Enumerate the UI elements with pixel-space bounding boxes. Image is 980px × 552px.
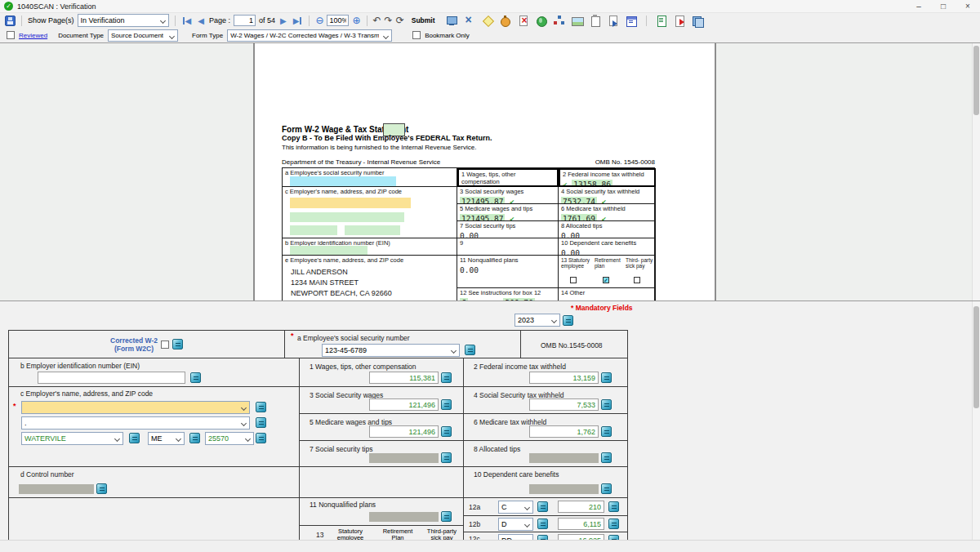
box12c-input[interactable] [558,534,604,540]
employer-city-select[interactable]: WATERVILE [21,432,123,445]
doc-search-icon[interactable] [607,15,620,27]
scanned-w2-page[interactable]: Form W-2 Wage & Tax Statement Copy B - T… [253,43,716,300]
save-icon[interactable] [5,16,16,26]
org-chart-icon[interactable] [553,15,566,27]
box10-link-icon[interactable] [601,483,612,494]
scan-employer-addr-redaction [290,212,404,222]
doc-green-icon[interactable] [655,15,668,27]
box2-input[interactable] [529,372,599,384]
doc-export-icon[interactable] [673,15,686,27]
rotate-left-icon[interactable]: ↶ [373,16,381,25]
employer-street-link-icon[interactable] [256,417,266,428]
tax-year-link-icon[interactable] [563,315,573,326]
maximize-button[interactable]: □ [931,0,956,13]
employer-city-link-icon[interactable] [129,433,140,443]
employer-name-select[interactable] [21,401,250,414]
money-icon[interactable] [499,15,512,27]
employer-zip-link-icon[interactable] [256,433,266,443]
box3-link-icon[interactable] [441,399,452,410]
employer-street-select[interactable]: . [21,416,250,430]
previous-page-button[interactable]: ◀ [196,16,206,25]
delete-x-icon[interactable] [463,15,476,27]
box12a-code-select[interactable]: C [498,501,533,514]
submit-button[interactable]: Submit [408,16,439,24]
box6-input[interactable] [529,425,599,438]
globe-icon[interactable] [535,15,548,27]
box7-link-icon[interactable] [441,452,452,463]
employer-address-label: c Employer's name, address, and ZIP code [20,390,153,398]
app-icon: ✓ [4,2,13,11]
corrected-w2-checkbox[interactable] [161,341,169,349]
box11-link-icon[interactable] [441,511,452,522]
rotate-right-icon[interactable]: ↷ [385,16,393,25]
box12b-code-link-icon[interactable] [537,519,548,529]
employer-state-link-icon[interactable] [189,433,200,443]
employer-zip-select[interactable]: 25570 [205,432,254,445]
box6-cell: 6 Medicare tax withheld [464,414,628,441]
next-page-button[interactable]: ▶ [278,16,288,25]
diamond-icon[interactable] [481,15,494,27]
zoom-out-icon[interactable]: ⊖ [315,16,323,25]
first-page-button[interactable]: ◀ [181,16,194,25]
box5-input[interactable] [369,425,439,438]
reviewed-checkbox[interactable] [7,31,15,39]
box12a-link-icon[interactable] [608,501,619,512]
reviewed-link[interactable]: Reviewed [19,32,47,39]
screen-icon[interactable] [445,15,458,27]
box3-input[interactable] [369,398,439,411]
viewer-scrollbar-thumb[interactable] [973,46,979,115]
box12b-link-icon[interactable] [608,519,619,529]
box12b-code-select[interactable]: D [498,518,533,531]
scan-employer-zip-redaction [345,225,400,235]
scan-box-2[interactable]: 2 Federal income tax withheld ✔ 13158.86 [559,168,656,187]
minimize-button[interactable]: – [906,0,931,13]
zoom-in-icon[interactable]: ⊕ [352,16,360,25]
ssn-link-icon[interactable] [465,345,475,355]
scan-retirement-checkbox: ✓ [603,277,609,283]
box12a-input[interactable] [558,501,604,513]
zoom-level-input[interactable] [327,15,349,26]
box8-link-icon[interactable] [601,452,612,463]
box12a-code-link-icon[interactable] [537,501,548,512]
verified-check-icon: ✔ [510,215,514,221]
panel-scrollbar-thumb[interactable] [973,306,979,408]
page-number-input[interactable] [234,15,256,26]
box1-link-icon[interactable] [441,372,452,383]
rotate-180-icon[interactable]: ⟳ [396,16,404,25]
show-pages-select[interactable]: In Verification [78,14,169,27]
box1-cell: 1 Wages, tips, other compensation [300,358,464,387]
viewer-scrollbar[interactable] [972,43,980,300]
close-button[interactable]: × [956,0,980,13]
image-icon[interactable] [571,15,584,27]
scan-box-12-label: 12 See instructions for box 12 [460,289,541,296]
omb-cell: OMB No.1545-0008 [521,331,628,358]
box12b-input[interactable] [558,518,604,530]
clipboard-icon[interactable] [589,15,602,27]
document-type-select[interactable]: Source Document [108,29,178,42]
last-page-button[interactable]: ▶ [292,16,304,25]
box12c-code-select[interactable]: DD [498,534,533,540]
pages-icon[interactable] [691,15,704,27]
box1-input[interactable] [369,372,439,384]
scan-box-11-value: 0.00 [460,265,555,274]
scan-box-1[interactable]: 1 Wages, tips, other compensation 115380… [457,168,559,187]
employer-name-link-icon[interactable] [256,402,266,412]
box6-link-icon[interactable] [601,426,612,437]
control-number-link-icon[interactable] [96,483,107,494]
tax-year-select[interactable]: 2023 [514,314,560,327]
ein-input[interactable] [38,372,185,384]
form-type-select[interactable]: W-2 Wages / W-2C Corrected Wages / W-3 T… [227,29,392,42]
remove-doc-icon[interactable] [517,15,530,27]
box4-input[interactable] [529,398,599,411]
employer-state-select[interactable]: ME [148,432,185,445]
box4-link-icon[interactable] [601,399,612,410]
ssn-select[interactable]: 123-45-6789 [322,344,460,357]
corrected-w2-link-icon[interactable] [172,339,183,349]
ein-link-icon[interactable] [190,372,201,383]
bookmark-only-checkbox[interactable] [412,31,421,39]
box2-link-icon[interactable] [601,372,612,383]
panel-scrollbar[interactable] [972,301,980,540]
grid-export-icon[interactable] [625,15,638,27]
box5-link-icon[interactable] [441,426,452,437]
box12b-label: 12b [469,520,480,528]
